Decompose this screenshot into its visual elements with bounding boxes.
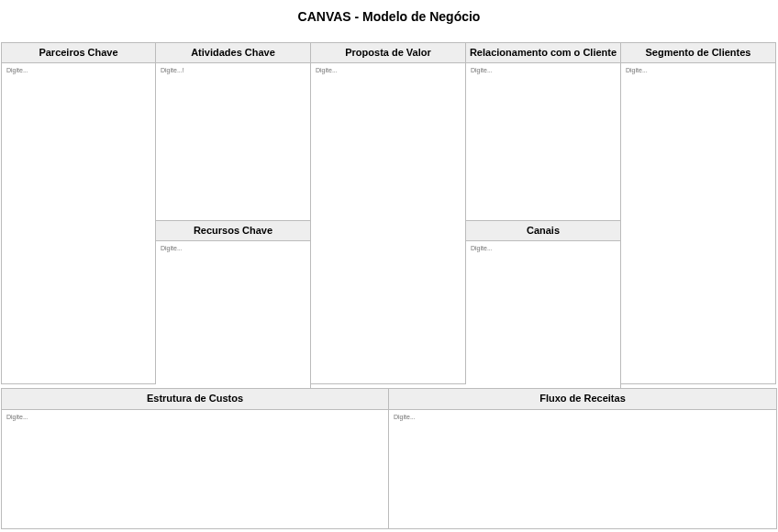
input-value[interactable] bbox=[316, 67, 461, 380]
input-activities[interactable] bbox=[161, 67, 306, 216]
input-revenue[interactable] bbox=[394, 414, 772, 525]
col-value: Proposta de Valor bbox=[311, 42, 466, 389]
input-costs[interactable] bbox=[6, 414, 383, 525]
cell-segments[interactable] bbox=[621, 63, 776, 384]
col-costs: Estrutura de Custos bbox=[1, 388, 389, 528]
header-activities: Atividades Chave bbox=[156, 42, 311, 63]
canvas-top-grid: Parceiros Chave Atividades Chave Recurso… bbox=[1, 42, 777, 389]
header-segments: Segmento de Clientes bbox=[621, 42, 776, 63]
page-title: CANVAS - Modelo de Negócio bbox=[0, 0, 778, 42]
col-segments: Segmento de Clientes bbox=[621, 42, 776, 389]
col-activities-resources: Atividades Chave Recursos Chave bbox=[156, 42, 311, 389]
header-value: Proposta de Valor bbox=[311, 42, 466, 63]
input-channels[interactable] bbox=[471, 245, 616, 384]
cell-value[interactable] bbox=[311, 63, 466, 384]
cell-revenue[interactable] bbox=[389, 410, 777, 529]
header-partners: Parceiros Chave bbox=[1, 42, 156, 63]
col-relation-channels: Relacionamento com o Cliente Canais bbox=[466, 42, 621, 389]
cell-relation[interactable] bbox=[466, 63, 621, 221]
cell-costs[interactable] bbox=[1, 410, 389, 529]
header-revenue: Fluxo de Receitas bbox=[389, 388, 777, 409]
header-relation: Relacionamento com o Cliente bbox=[466, 42, 621, 63]
input-segments[interactable] bbox=[626, 67, 771, 380]
cell-activities[interactable] bbox=[156, 63, 311, 221]
cell-channels[interactable] bbox=[466, 241, 621, 389]
col-partners: Parceiros Chave bbox=[1, 42, 156, 389]
canvas-bottom-grid: Estrutura de Custos Fluxo de Receitas bbox=[1, 388, 777, 528]
cell-resources[interactable] bbox=[156, 241, 311, 389]
input-partners[interactable] bbox=[6, 67, 150, 380]
header-costs: Estrutura de Custos bbox=[1, 388, 389, 409]
cell-partners[interactable] bbox=[1, 63, 156, 384]
col-revenue: Fluxo de Receitas bbox=[389, 388, 777, 528]
header-channels: Canais bbox=[466, 221, 621, 241]
input-relation[interactable] bbox=[471, 67, 616, 216]
input-resources[interactable] bbox=[161, 245, 306, 384]
header-resources: Recursos Chave bbox=[156, 221, 311, 241]
